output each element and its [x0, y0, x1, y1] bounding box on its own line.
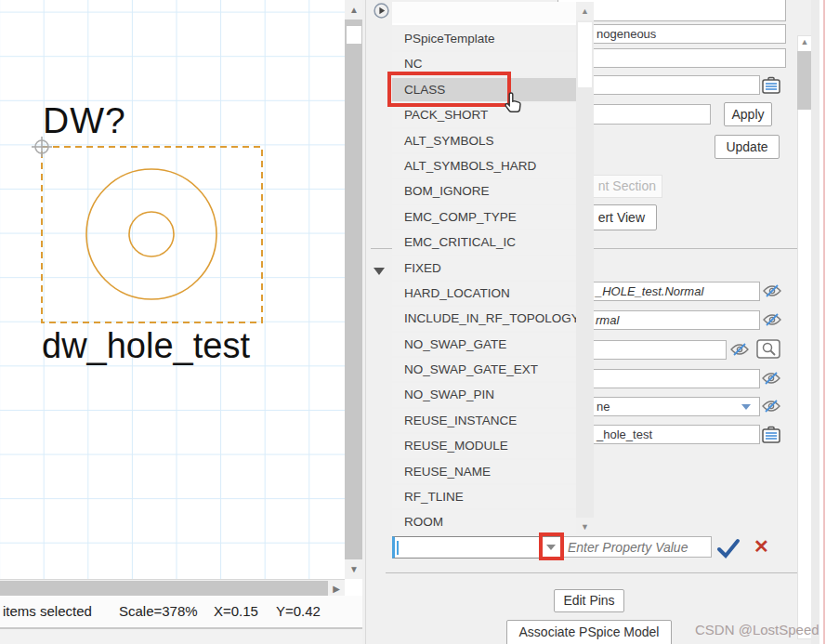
- apply-button[interactable]: Apply: [724, 102, 772, 126]
- property-list-item[interactable]: BOM_IGNORE: [392, 179, 576, 203]
- property-list-item[interactable]: REUSE_NAME: [392, 460, 576, 483]
- part-value-label: dw_hole_test: [42, 326, 250, 366]
- horizontal-scroll-thumb[interactable]: [0, 581, 328, 597]
- cursor-hand-icon: [503, 90, 525, 116]
- selection-dashed-box: [42, 147, 262, 322]
- screenshot-edge-line: [823, 0, 825, 644]
- property-list-item[interactable]: ALT_SYMBOLS_HARD: [392, 154, 576, 177]
- confirm-check-icon[interactable]: [716, 538, 741, 559]
- expand-panel-icon[interactable]: [374, 3, 389, 19]
- property-list-item[interactable]: ALT_SYMBOLS: [392, 129, 576, 152]
- eye-slash-icon[interactable]: [763, 284, 781, 297]
- combo-chevron-icon[interactable]: [741, 404, 751, 410]
- cursor-y-coordinate: Y=0.42: [276, 603, 321, 619]
- property-list-item[interactable]: EMC_CRITICAL_IC: [392, 230, 576, 254]
- hole-symbol-graphic: [0, 0, 345, 579]
- panel-divider-2: [386, 572, 797, 573]
- associate-pspice-model-button[interactable]: Associate PSpice Model: [506, 620, 672, 644]
- annotation-box-class: [387, 72, 511, 107]
- cancel-cross-icon[interactable]: ✕: [754, 535, 769, 558]
- property-list-item[interactable]: RF_TLINE: [392, 485, 576, 508]
- scale-indicator: Scale=378%: [119, 603, 198, 619]
- vertical-scroll-thumb[interactable]: [347, 26, 361, 44]
- scroll-right-icon[interactable]: ▶: [328, 581, 345, 597]
- property-list-item[interactable]: FIXED: [392, 256, 576, 280]
- dropdown-scrollbar[interactable]: ▲ ▼: [576, 2, 594, 536]
- part-reference-label: DW?: [43, 100, 126, 141]
- status-bar: items selected Scale=378% X=0.15 Y=0.42: [0, 596, 362, 627]
- outer-circle: [86, 169, 216, 299]
- property-list-item[interactable]: PSpiceTemplate: [392, 27, 576, 50]
- selection-status: items selected: [3, 603, 92, 619]
- property-list-item[interactable]: EMC_COMP_TYPE: [392, 205, 576, 229]
- panel-scrollbar-track[interactable]: [797, 35, 812, 639]
- scroll-up-icon[interactable]: ▲: [345, 0, 363, 20]
- canvas-vertical-scrollbar[interactable]: ▲ ▼: [345, 0, 363, 579]
- chevron-down-icon[interactable]: [374, 268, 385, 275]
- eye-slash-icon[interactable]: [730, 343, 749, 356]
- property-name-input[interactable]: [392, 536, 562, 559]
- clipboard-icon[interactable]: [762, 426, 780, 443]
- annotation-box-arrow: [539, 532, 564, 560]
- property-list-item[interactable]: NO_SWAP_GATE_EXT: [392, 358, 576, 381]
- dropdown-scroll-thumb[interactable]: [578, 22, 592, 87]
- schematic-canvas[interactable]: DW? dw_hole_test: [0, 0, 345, 579]
- update-button[interactable]: Update: [715, 135, 780, 159]
- eye-slash-icon[interactable]: [762, 372, 780, 385]
- clipboard-icon[interactable]: [762, 76, 780, 94]
- app-window: DW? dw_hole_test ▲ ▼ ▶ items selected Sc…: [0, 0, 826, 644]
- eye-slash-icon[interactable]: [763, 313, 781, 326]
- eye-slash-icon[interactable]: [762, 400, 780, 413]
- property-list-item[interactable]: NO_SWAP_GATE: [392, 333, 576, 356]
- panel-scrollbar-thumb[interactable]: [797, 51, 812, 110]
- property-list-item[interactable]: INCLUDE_IN_RF_TOPOLOGY: [392, 307, 576, 330]
- panel-left-border: [365, 0, 366, 644]
- property-list-item[interactable]: ROOM: [392, 510, 576, 533]
- edit-pins-button[interactable]: Edit Pins: [554, 589, 624, 612]
- property-value-input[interactable]: [562, 536, 712, 558]
- canvas-horizontal-scrollbar[interactable]: ▶: [0, 579, 345, 596]
- property-list-item[interactable]: REUSE_INSTANCE: [392, 409, 576, 432]
- blank-option-row[interactable]: [392, 2, 576, 25]
- property-list-item[interactable]: REUSE_MODULE: [392, 434, 576, 457]
- watermark: CSDN @LostSpeed: [695, 622, 819, 637]
- panel-right-gutter: [811, 0, 819, 644]
- text-caret: [397, 541, 399, 555]
- inner-circle: [129, 212, 174, 256]
- scroll-down-icon[interactable]: ▼: [345, 559, 363, 579]
- panel-scroll-up-icon[interactable]: ▲: [797, 37, 812, 50]
- property-list-item[interactable]: HARD_LOCATION: [392, 282, 576, 305]
- dropdown-scroll-up-icon[interactable]: ▲: [576, 2, 594, 20]
- dropdown-scroll-down-icon[interactable]: ▼: [576, 518, 594, 536]
- cursor-x-coordinate: X=0.15: [214, 603, 258, 619]
- statusbar-bottom-strip: [0, 629, 362, 644]
- search-model-icon[interactable]: [756, 339, 780, 359]
- property-list-item[interactable]: NO_SWAP_PIN: [392, 383, 576, 406]
